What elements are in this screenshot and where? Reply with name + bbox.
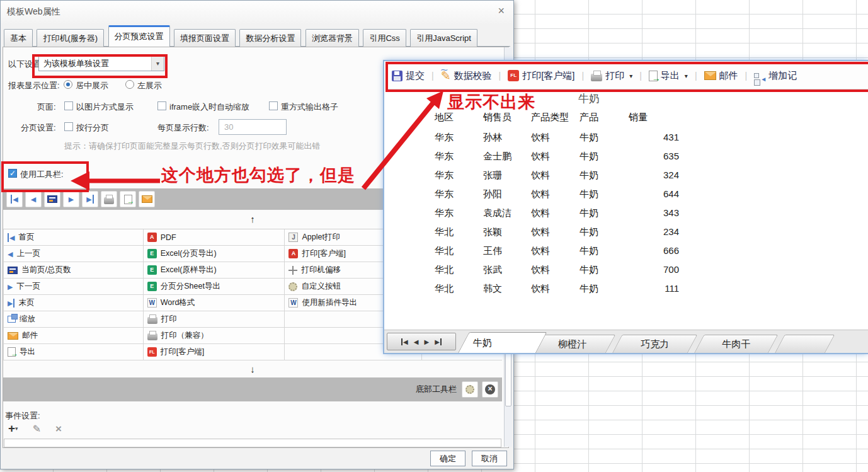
tab-basic[interactable]: 基本 [4, 29, 33, 47]
checkbox-use-toolbar[interactable] [8, 169, 17, 178]
delete-icon[interactable]: × [55, 423, 62, 435]
matrix-item-prev-page[interactable]: 上一页 [4, 246, 144, 262]
print-icon[interactable] [101, 191, 117, 207]
export-icon[interactable] [120, 191, 136, 207]
export-icon [8, 347, 16, 357]
matrix-item-print[interactable]: 打印 [144, 311, 285, 327]
radio-left-label[interactable]: 左展示 [137, 80, 162, 91]
edit-icon[interactable]: ✎ [33, 423, 41, 434]
rows-per-page-input[interactable] [219, 119, 287, 135]
add-icon[interactable]: + [8, 422, 18, 435]
tab-import-css[interactable]: 引用Css [363, 29, 406, 47]
tab-import-javascript[interactable]: 引用JavaScript [410, 29, 477, 47]
zoom-icon [8, 316, 16, 323]
validate-icon [441, 71, 451, 81]
checkbox-page-by-row[interactable] [64, 122, 73, 131]
matrix-item-export[interactable]: 导出 [4, 344, 144, 360]
matrix-item-zoom[interactable]: 缩放 [4, 311, 144, 327]
matrix-item-next-page[interactable]: 下一页 [4, 279, 144, 294]
tab-browser-background[interactable]: 浏览器背景 [306, 29, 359, 47]
page-label: 页面: [37, 101, 56, 113]
gear-icon [288, 282, 297, 291]
submit-button[interactable]: 提交 [392, 70, 425, 82]
tab-printer-server[interactable]: 打印机(服务器) [37, 29, 104, 47]
word-icon [288, 298, 298, 308]
report-row: 华东张珊饮料牛奶324 [384, 167, 699, 186]
matrix-item-pdf[interactable]: PDF [144, 229, 285, 245]
matrix-item-excel-paged[interactable]: Excel(分页导出) [144, 246, 285, 262]
checkbox-heavy-output-label[interactable]: 重方式输出格子 [281, 101, 338, 113]
print-icon [147, 317, 157, 324]
checkbox-iframe-autoscale-label[interactable]: iframe嵌入时自动缩放 [169, 101, 249, 113]
scrollbar-thumb[interactable] [505, 348, 511, 406]
scope-dropdown[interactable]: 为该模板单独设置 ▾ [38, 55, 164, 71]
checkbox-use-toolbar-label[interactable]: 使用工具栏: [20, 169, 64, 180]
report-row: 华北张武饮料牛奶700 [384, 262, 699, 280]
last-page-icon[interactable] [82, 191, 98, 207]
matrix-item-print-client-fl[interactable]: 打印[客户端] [144, 344, 285, 360]
bottom-toolbar-bar: 底部工具栏 [3, 377, 502, 401]
matrix-item-excel-original[interactable]: Excel(原样导出) [144, 262, 285, 278]
printer-offset-icon [288, 266, 297, 275]
cancel-button[interactable]: 取消 [472, 451, 507, 466]
data-validate-button[interactable]: 数据校验 [441, 70, 492, 82]
excel-icon [147, 265, 157, 275]
last-page-icon[interactable] [435, 338, 442, 345]
checkbox-heavy-output[interactable] [269, 101, 278, 110]
matrix-item-mail[interactable]: 邮件 [4, 328, 144, 343]
first-page-icon[interactable] [6, 191, 23, 207]
event-settings-label: 事件设置: [5, 410, 40, 422]
print-client-button[interactable]: 打印[客户端] [508, 70, 574, 82]
mail-icon [8, 332, 18, 340]
matrix-item-current-page[interactable]: 当前页/总页数 [4, 262, 144, 278]
report-row: 华东金士鹏饮料牛奶635 [384, 148, 699, 167]
matrix-item-first-page[interactable]: 首页 [4, 229, 144, 245]
excel-icon [147, 282, 157, 291]
checkbox-image-display-label[interactable]: 以图片方式显示 [76, 101, 134, 113]
tab-data-analysis[interactable]: 数据分析设置 [239, 29, 301, 47]
matrix-item-excel-sheet[interactable]: 分页分Sheet导出 [144, 279, 285, 294]
annotation-text-not-showing: 显示不出来 [447, 91, 535, 113]
report-row: 华北张颖饮料牛奶234 [384, 224, 699, 243]
prev-page-icon[interactable] [414, 338, 419, 345]
sheet-tab-beef-jerky[interactable]: 牛肉干 [694, 335, 778, 353]
matrix-item-print-compat[interactable]: 打印（兼容） [144, 328, 285, 343]
report-row: 华北韩文饮料牛奶111 [384, 280, 699, 299]
close-icon[interactable]: × [498, 4, 505, 18]
checkbox-image-display[interactable] [64, 101, 73, 110]
sheet-tab-milk[interactable]: 牛奶 [458, 332, 547, 353]
current-page-icon[interactable] [44, 191, 60, 207]
radio-left[interactable] [125, 80, 134, 89]
rows-per-page-label: 每页显示行数: [157, 122, 209, 134]
export-dropdown-button[interactable]: 导出▾ [649, 70, 688, 82]
matrix-item-word[interactable]: Word格式 [144, 295, 285, 311]
print-dropdown-button[interactable]: 打印▾ [591, 70, 632, 82]
mail-button[interactable]: 邮件 [704, 70, 738, 82]
report-row: 华东孙林饮料牛奶431 [384, 129, 699, 148]
ok-button[interactable]: 确定 [430, 451, 465, 466]
prev-page-icon[interactable] [25, 191, 42, 207]
report-row: 华东孙阳饮料牛奶644 [384, 186, 699, 205]
prev-page-icon [8, 250, 13, 258]
first-page-icon[interactable] [401, 338, 408, 345]
next-page-icon[interactable] [425, 338, 430, 345]
add-record-button[interactable]: 增加记 [754, 70, 797, 82]
next-page-icon[interactable] [63, 191, 79, 207]
position-label: 报表显示位置: [8, 80, 60, 91]
checkbox-iframe-autoscale[interactable] [157, 101, 166, 110]
mail-icon [704, 71, 716, 80]
checkbox-page-by-row-label[interactable]: 按行分页 [76, 122, 109, 134]
screenshot-root: 模板Web属性 × 基本 打印机(服务器) 分页预览设置 填报页面设置 数据分析… [0, 0, 868, 472]
bottom-toolbar-remove-button[interactable] [482, 381, 498, 398]
matrix-item-last-page[interactable]: 末页 [4, 295, 144, 311]
mail-icon[interactable] [139, 191, 155, 207]
sheet-tab-chocolate[interactable]: 巧克力 [612, 335, 697, 353]
print-icon [591, 74, 602, 81]
bottom-toolbar-label: 底部工具栏 [416, 384, 457, 395]
bottom-toolbar-gear-button[interactable] [462, 381, 478, 398]
close-circle-icon [485, 384, 495, 394]
radio-center[interactable] [64, 80, 72, 89]
radio-center-label[interactable]: 居中展示 [76, 80, 108, 91]
tab-pagination-preview[interactable]: 分页预览设置 [108, 25, 170, 47]
tab-fill-page[interactable]: 填报页面设置 [174, 29, 236, 47]
